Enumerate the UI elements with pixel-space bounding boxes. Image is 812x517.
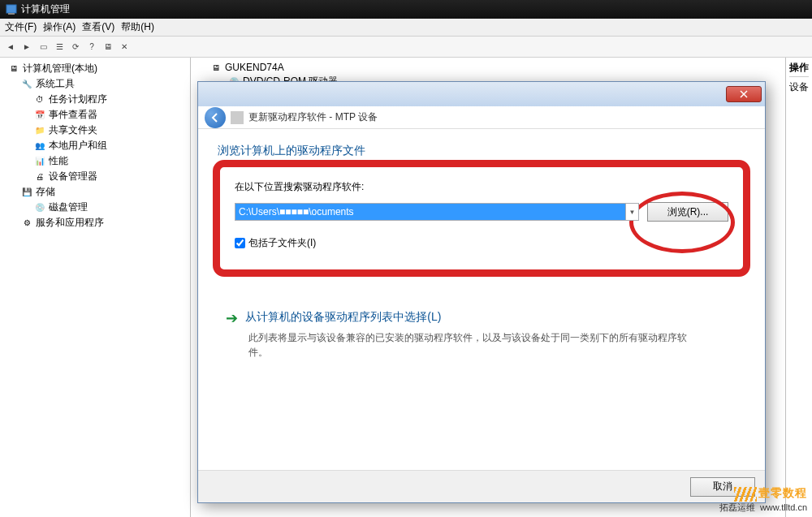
dropdown-button[interactable]: ▼	[625, 204, 638, 220]
properties-icon[interactable]: ☰	[52, 40, 67, 54]
highlighted-region: 在以下位置搜索驱动程序软件: ▼ 浏览(R)... 包括子文件夹(I)	[213, 160, 750, 277]
actions-pane: 操作 设备	[786, 58, 812, 517]
tools-icon: 🔧	[21, 79, 32, 90]
svg-rect-0	[6, 5, 16, 13]
dialog-footer: 取消	[198, 470, 765, 502]
driver-update-dialog: 更新驱动程序软件 - MTP 设备 浏览计算机上的驱动程序文件 在以下位置搜索驱…	[197, 81, 766, 503]
disk-icon: 💿	[34, 202, 45, 213]
tree-root[interactable]: 🖥计算机管理(本地)	[0, 61, 190, 76]
include-subfolders-row[interactable]: 包括子文件夹(I)	[235, 236, 728, 250]
tree-performance[interactable]: 📊性能	[0, 153, 190, 169]
window-title-bar: 计算机管理	[0, 0, 812, 19]
browse-button[interactable]: 浏览(R)...	[647, 202, 728, 222]
path-input[interactable]	[235, 204, 625, 220]
help-icon[interactable]: ?	[84, 40, 99, 54]
storage-icon: 💾	[21, 187, 32, 198]
show-hide-icon[interactable]: ▭	[36, 40, 50, 54]
close-icon	[740, 90, 748, 98]
back-arrow-icon	[209, 112, 221, 123]
computer-icon: 🖥	[210, 62, 222, 73]
path-combobox[interactable]: ▼	[235, 203, 639, 221]
dialog-body: 浏览计算机上的驱动程序文件 在以下位置搜索驱动程序软件: ▼ 浏览(R)... …	[198, 129, 765, 470]
nav-fwd-icon[interactable]: ►	[19, 40, 34, 54]
services-icon: ⚙	[21, 218, 32, 229]
tree-local-users[interactable]: 👥本地用户和组	[0, 138, 190, 153]
tree-services[interactable]: ⚙服务和应用程序	[0, 215, 190, 230]
tree-shared-folders[interactable]: 📁共享文件夹	[0, 123, 190, 138]
driver-icon	[231, 111, 244, 124]
svg-rect-1	[8, 13, 15, 15]
dialog-title-text: 更新驱动程序软件 - MTP 设备	[248, 110, 378, 124]
left-tree-pane: 🖥计算机管理(本地) 🔧系统工具 ⏱任务计划程序 📅事件查看器 📁共享文件夹 👥…	[0, 58, 191, 517]
scan-icon[interactable]: 🖥	[101, 40, 115, 54]
users-icon: 👥	[34, 140, 45, 152]
include-subfolders-checkbox[interactable]	[235, 238, 245, 248]
uninstall-icon[interactable]: ✕	[117, 40, 132, 54]
watermark-brand: 壹零数程	[758, 486, 807, 499]
tree-event-viewer[interactable]: 📅事件查看器	[0, 107, 190, 123]
section-heading: 浏览计算机上的驱动程序文件	[218, 144, 745, 158]
clock-icon: ⏱	[34, 94, 45, 106]
pick-from-list-title: 从计算机的设备驱动程序列表中选择(L)	[245, 310, 441, 323]
computer-icon: 🖥	[8, 63, 19, 75]
watermark-company: 拓磊运维	[719, 502, 755, 512]
watermark-url: www.tlltd.cn	[760, 502, 807, 512]
menu-help[interactable]: 帮助(H)	[121, 20, 154, 34]
search-label: 在以下位置搜索驱动程序软件:	[235, 180, 728, 194]
close-button[interactable]	[726, 86, 762, 102]
toolbar: ◄ ► ▭ ☰ ⟳ ? 🖥 ✕	[0, 37, 812, 58]
arrow-right-icon: ➔	[226, 310, 238, 326]
pick-from-list-desc: 此列表将显示与该设备兼容的已安装的驱动程序软件，以及与该设备处于同一类别下的所有…	[248, 330, 703, 360]
tree-storage[interactable]: 💾存储	[0, 184, 190, 200]
nav-back-icon[interactable]: ◄	[3, 40, 18, 54]
actions-sub: 设备	[789, 80, 809, 94]
menu-file[interactable]: 文件(F)	[5, 20, 37, 34]
tree-task-scheduler[interactable]: ⏱任务计划程序	[0, 92, 190, 107]
watermark-stripes-icon	[734, 487, 757, 502]
watermark: 壹零数程 拓磊运维 www.tlltd.cn	[719, 486, 807, 514]
refresh-icon[interactable]: ⟳	[68, 40, 83, 54]
menu-action[interactable]: 操作(A)	[43, 20, 76, 34]
tree-device-manager[interactable]: 🖨设备管理器	[0, 169, 190, 184]
actions-header: 操作	[789, 61, 809, 77]
include-subfolders-label: 包括子文件夹(I)	[248, 236, 316, 250]
event-icon: 📅	[34, 110, 45, 121]
pick-from-list-option[interactable]: ➔ 从计算机的设备驱动程序列表中选择(L) 此列表将显示与该设备兼容的已安装的驱…	[218, 309, 745, 360]
back-button[interactable]	[205, 107, 226, 128]
window-title: 计算机管理	[21, 2, 70, 16]
app-icon	[5, 3, 18, 16]
dialog-header: 更新驱动程序软件 - MTP 设备	[198, 106, 765, 129]
device-root[interactable]: 🖥GUKEND74A	[194, 61, 782, 74]
dialog-titlebar[interactable]	[198, 82, 765, 106]
menu-bar: 文件(F) 操作(A) 查看(V) 帮助(H)	[0, 19, 812, 37]
menu-view[interactable]: 查看(V)	[82, 20, 114, 34]
perf-icon: 📊	[34, 156, 45, 167]
tree-system-tools[interactable]: 🔧系统工具	[0, 76, 190, 92]
device-icon: 🖨	[34, 171, 45, 183]
folder-icon: 📁	[34, 125, 45, 136]
tree-disk-mgmt[interactable]: 💿磁盘管理	[0, 200, 190, 215]
